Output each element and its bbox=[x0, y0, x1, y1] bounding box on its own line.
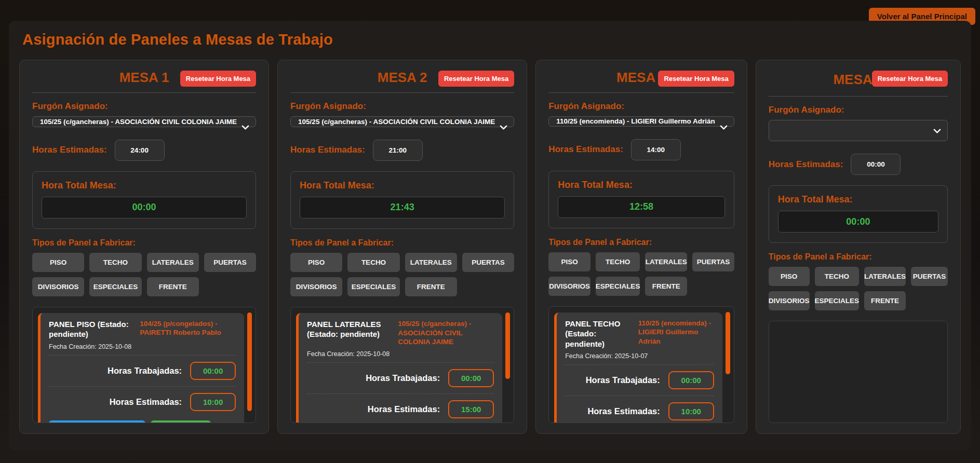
panel-type-button-piso[interactable]: PISO bbox=[32, 253, 84, 272]
panel-type-button-laterales[interactable]: LATERALES bbox=[864, 267, 906, 286]
scrollbar-thumb[interactable] bbox=[726, 312, 730, 374]
panel-type-buttons: PISO TECHO LATERALES PUERTAS DIVISORIOS … bbox=[290, 253, 514, 296]
panel-type-button-frente[interactable]: FRENTE bbox=[645, 277, 687, 296]
panel-furgon-text: 104/25 (p/congelados) - PAIRETTI Roberto… bbox=[140, 319, 236, 339]
horas-estimadas-label: Horas Estimadas: bbox=[32, 145, 107, 155]
panel-title: PANEL TECHO (Estado: pendiente) bbox=[565, 319, 633, 349]
horas-estimadas-value: 10:00 bbox=[190, 393, 236, 411]
asignar-horas-button[interactable]: Asignar Horas Trabajadas bbox=[49, 420, 145, 423]
panel-list[interactable]: PANEL LATERALES (Estado: pendiente) 105/… bbox=[290, 307, 514, 423]
panel-furgon-text: 105/25 (c/gancheras) - ASOCIACIÓN CIVIL … bbox=[398, 319, 494, 347]
panel-type-button-piso[interactable]: PISO bbox=[769, 267, 810, 286]
panel-type-button-divisorios[interactable]: DIVISORIOS bbox=[769, 291, 810, 310]
tipos-panel-label: Tipos de Panel a Fabricar: bbox=[548, 238, 734, 247]
hora-total-box: Hora Total Mesa: 00:00 bbox=[32, 171, 256, 229]
panel-type-button-techo[interactable]: TECHO bbox=[89, 253, 141, 272]
furgon-select[interactable] bbox=[769, 120, 948, 141]
panel-card-header: PANEL LATERALES (Estado: pendiente) 105/… bbox=[307, 319, 494, 347]
hora-total-box: Hora Total Mesa: 21:43 bbox=[290, 171, 514, 229]
mesa-title: MESA 1 bbox=[119, 70, 169, 86]
horas-estimadas-input[interactable] bbox=[115, 140, 165, 161]
horas-estimadas-label: Horas Estimadas: bbox=[290, 145, 365, 155]
furgon-selected-value: 110/25 (encomienda) - LIGIERI Guillermo … bbox=[556, 117, 715, 125]
panel-type-button-puertas[interactable]: PUERTAS bbox=[692, 252, 734, 271]
horas-trabajadas-label: Horas Trabajadas: bbox=[366, 373, 440, 383]
horas-trabajadas-row: Horas Trabajadas: 00:00 bbox=[307, 367, 494, 389]
panel-type-button-laterales[interactable]: LATERALES bbox=[405, 253, 457, 272]
panel-type-button-techo[interactable]: TECHO bbox=[347, 253, 399, 272]
horas-estimadas-input[interactable] bbox=[851, 154, 901, 175]
horas-estimadas-row: Horas Estimadas: 15:00 bbox=[307, 399, 494, 420]
page-title: Asignación de Paneles a Mesas de Trabajo bbox=[22, 31, 961, 48]
panel-type-button-especiales[interactable]: ESPECIALES bbox=[815, 291, 860, 310]
furgon-selected-value: 105/25 (c/gancheras) - ASOCIACIÓN CIVIL … bbox=[298, 118, 495, 126]
furgon-label: Furgón Asignado: bbox=[769, 105, 948, 115]
panel-card-header: PANEL PISO (Estado: pendiente) 104/25 (p… bbox=[49, 319, 236, 339]
hora-total-label: Hora Total Mesa: bbox=[42, 180, 247, 191]
reset-hora-mesa-button[interactable]: Resetear Hora Mesa bbox=[658, 71, 734, 87]
panel-type-button-techo[interactable]: TECHO bbox=[815, 267, 860, 286]
horas-trabajadas-row: Horas Trabajadas: 00:00 bbox=[565, 370, 714, 391]
horas-estimadas-input[interactable] bbox=[631, 139, 681, 160]
panel-type-button-techo[interactable]: TECHO bbox=[596, 252, 640, 271]
panel-type-button-piso[interactable]: PISO bbox=[548, 252, 590, 271]
panel-list[interactable] bbox=[769, 321, 948, 423]
furgon-select[interactable]: 105/25 (c/gancheras) - ASOCIACIÓN CIVIL … bbox=[290, 116, 514, 127]
horas-trabajadas-row: Horas Trabajadas: 00:00 bbox=[49, 360, 236, 382]
panel-type-button-frente[interactable]: FRENTE bbox=[147, 277, 199, 296]
panel-list[interactable]: PANEL TECHO (Estado: pendiente) 110/25 (… bbox=[548, 306, 734, 423]
panel-type-button-divisorios[interactable]: DIVISORIOS bbox=[290, 277, 342, 296]
panel-type-button-laterales[interactable]: LATERALES bbox=[645, 252, 687, 271]
panel-type-button-frente[interactable]: FRENTE bbox=[864, 291, 906, 310]
panel-type-buttons: PISO TECHO LATERALES PUERTAS DIVISORIOS … bbox=[32, 253, 256, 296]
panel-type-button-frente[interactable]: FRENTE bbox=[405, 277, 457, 296]
horas-estimadas-row: Horas Estimadas: bbox=[548, 139, 734, 160]
panel-type-button-puertas[interactable]: PUERTAS bbox=[462, 253, 514, 272]
panel-list[interactable]: PANEL PISO (Estado: pendiente) 104/25 (p… bbox=[32, 307, 256, 423]
horas-trabajadas-value: 00:00 bbox=[190, 362, 236, 380]
hora-total-value: 12:58 bbox=[558, 196, 725, 218]
scrollbar-thumb[interactable] bbox=[505, 312, 510, 379]
hora-total-label: Hora Total Mesa: bbox=[300, 180, 505, 191]
panel-type-button-especiales[interactable]: ESPECIALES bbox=[596, 277, 640, 296]
furgon-select[interactable]: 105/25 (c/gancheras) - ASOCIACIÓN CIVIL … bbox=[32, 116, 256, 127]
panel-type-button-puertas[interactable]: PUERTAS bbox=[204, 253, 256, 272]
panel-title: PANEL LATERALES (Estado: pendiente) bbox=[307, 319, 393, 347]
horas-estimadas-label: Horas Estimadas: bbox=[548, 144, 623, 155]
reset-hora-mesa-button[interactable]: Resetear Hora Mesa bbox=[180, 71, 256, 87]
panel-fecha: Fecha Creación: 2025-10-08 bbox=[49, 343, 236, 350]
horas-estimadas-label: Horas Estimadas: bbox=[368, 404, 440, 414]
panel-type-button-especiales[interactable]: ESPECIALES bbox=[89, 277, 141, 296]
panel-type-button-divisorios[interactable]: DIVISORIOS bbox=[32, 277, 84, 296]
dashed-divider bbox=[307, 393, 494, 394]
reset-hora-mesa-button[interactable]: Resetear Hora Mesa bbox=[872, 71, 948, 87]
horas-estimadas-row: Horas Estimadas: bbox=[769, 154, 948, 175]
panel-type-button-puertas[interactable]: PUERTAS bbox=[911, 267, 948, 286]
horas-estimadas-row: Horas Estimadas: 10:00 bbox=[565, 401, 714, 422]
finalizar-tarea-button[interactable]: Finalizar Tarea bbox=[151, 420, 211, 423]
hora-total-label: Hora Total Mesa: bbox=[558, 180, 725, 190]
horas-estimadas-input[interactable] bbox=[373, 140, 423, 161]
tipos-panel-label: Tipos de Panel a Fabricar: bbox=[290, 238, 514, 248]
horas-estimadas-label: Horas Estimadas: bbox=[769, 159, 843, 170]
panel-type-button-especiales[interactable]: ESPECIALES bbox=[347, 277, 399, 296]
panel-type-buttons: PISO TECHO LATERALES PUERTAS DIVISORIOS … bbox=[769, 267, 948, 310]
horas-estimadas-row: Horas Estimadas: bbox=[32, 140, 256, 161]
main-container: Asignación de Paneles a Mesas de Trabajo… bbox=[9, 21, 971, 451]
panel-type-button-piso[interactable]: PISO bbox=[290, 253, 342, 272]
panel-type-button-laterales[interactable]: LATERALES bbox=[147, 253, 199, 272]
panel-type-buttons: PISO TECHO LATERALES PUERTAS DIVISORIOS … bbox=[548, 252, 734, 296]
dashed-divider bbox=[565, 364, 714, 365]
furgon-select[interactable]: 110/25 (encomienda) - LIGIERI Guillermo … bbox=[548, 116, 734, 127]
panel-card: PANEL TECHO (Estado: pendiente) 110/25 (… bbox=[554, 312, 722, 423]
panel-card-header: PANEL TECHO (Estado: pendiente) 110/25 (… bbox=[565, 319, 714, 349]
reset-hora-mesa-button[interactable]: Resetear Hora Mesa bbox=[438, 71, 514, 87]
furgon-selected-value: 105/25 (c/gancheras) - ASOCIACIÓN CIVIL … bbox=[40, 118, 237, 126]
furgon-label: Furgón Asignado: bbox=[32, 101, 256, 112]
mesa-column-2: MESA 2 Resetear Hora Mesa Furgón Asignad… bbox=[277, 60, 527, 434]
scrollbar-thumb[interactable] bbox=[247, 312, 252, 411]
chevron-down-icon bbox=[500, 124, 507, 133]
furgon-label: Furgón Asignado: bbox=[290, 101, 514, 112]
panel-type-button-divisorios[interactable]: DIVISORIOS bbox=[548, 277, 590, 296]
mesa-header: MESA 1 Resetear Hora Mesa bbox=[32, 70, 256, 86]
